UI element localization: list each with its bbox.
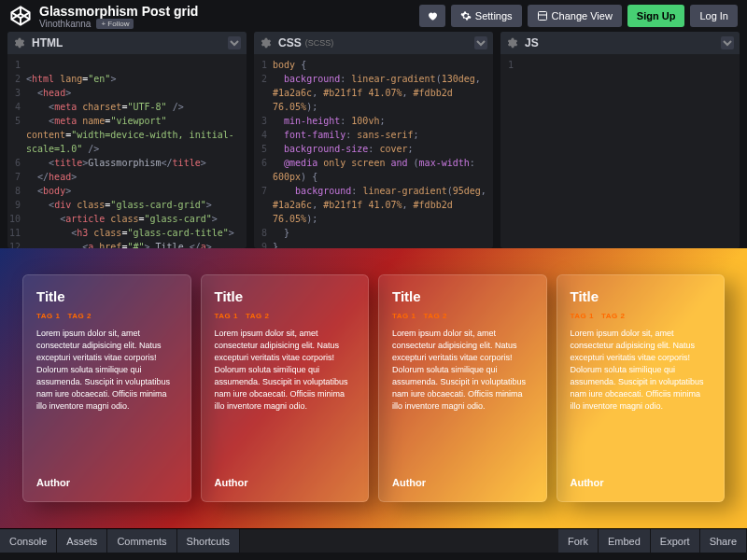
card-title[interactable]: Title <box>392 288 533 304</box>
html-panel: HTML 12<html lang="en">3 <head>4 <meta c… <box>7 32 247 248</box>
log-in-button[interactable]: Log In <box>690 5 738 27</box>
card-tags: TAG 1TAG 2 <box>36 312 177 320</box>
glass-card[interactable]: TitleTAG 1TAG 2Lorem ipsum dolor sit, am… <box>557 274 726 502</box>
footer-shortcuts-button[interactable]: Shortcuts <box>177 529 240 553</box>
panel-title: HTML <box>32 36 63 49</box>
card-author: Author <box>36 477 177 488</box>
card-tags: TAG 1TAG 2 <box>215 312 356 320</box>
chevron-down-icon <box>723 38 732 48</box>
panel-title: JS <box>525 36 539 49</box>
card-author: Author <box>571 477 712 488</box>
card-author: Author <box>392 477 533 488</box>
card-author: Author <box>215 477 356 488</box>
pen-author[interactable]: Vinothkanna <box>39 19 91 29</box>
panel-subtitle: (SCSS) <box>305 38 334 48</box>
pen-title: Glassmorphism Post grid <box>39 4 198 19</box>
glass-card[interactable]: TitleTAG 1TAG 2Lorem ipsum dolor sit, am… <box>22 274 191 502</box>
card-tags: TAG 1TAG 2 <box>571 312 712 320</box>
app-header: Glassmorphism Post grid Vinothkanna + Fo… <box>0 0 747 32</box>
footer-console-button[interactable]: Console <box>0 529 57 553</box>
preview-pane: TitleTAG 1TAG 2Lorem ipsum dolor sit, am… <box>0 248 747 528</box>
card-body: Lorem ipsum dolor sit, amet consectetur … <box>215 328 356 413</box>
footer-export-button[interactable]: Export <box>651 529 700 553</box>
css-editor[interactable]: 1body {2 background: linear-gradient(130… <box>254 54 493 248</box>
footer-bar: ConsoleAssetsCommentsShortcuts ForkEmbed… <box>0 528 747 553</box>
codepen-logo-icon <box>9 5 32 27</box>
card-title[interactable]: Title <box>215 288 356 304</box>
change-view-button[interactable]: Change View <box>528 5 622 27</box>
chevron-down-icon <box>476 38 486 48</box>
panel-options-button[interactable] <box>474 36 487 49</box>
panel-options-button[interactable] <box>721 36 734 49</box>
tag[interactable]: TAG 1 <box>215 312 238 320</box>
footer-embed-button[interactable]: Embed <box>599 529 651 553</box>
gear-icon <box>460 10 472 21</box>
tag[interactable]: TAG 2 <box>423 312 446 320</box>
glass-card[interactable]: TitleTAG 1TAG 2Lorem ipsum dolor sit, am… <box>378 274 547 502</box>
js-panel: JS 1 <box>500 32 740 248</box>
card-tags: TAG 1TAG 2 <box>392 312 533 320</box>
card-body: Lorem ipsum dolor sit, amet consectetur … <box>571 328 712 413</box>
change-view-label: Change View <box>552 10 613 21</box>
gear-icon[interactable] <box>260 36 273 49</box>
tag[interactable]: TAG 1 <box>392 312 416 320</box>
footer-fork-button[interactable]: Fork <box>558 529 599 553</box>
panel-options-button[interactable] <box>228 36 241 49</box>
settings-label: Settings <box>475 10 513 21</box>
tag[interactable]: TAG 2 <box>601 312 625 320</box>
footer-assets-button[interactable]: Assets <box>57 529 107 553</box>
chevron-down-icon <box>230 38 239 48</box>
like-button[interactable] <box>419 5 445 27</box>
card-body: Lorem ipsum dolor sit, amet consectetur … <box>36 328 177 413</box>
card-title[interactable]: Title <box>571 288 712 304</box>
tag[interactable]: TAG 1 <box>36 312 60 320</box>
footer-comments-button[interactable]: Comments <box>107 529 176 553</box>
settings-button[interactable]: Settings <box>451 5 522 27</box>
gear-icon[interactable] <box>13 36 26 49</box>
card-body: Lorem ipsum dolor sit, amet consectetur … <box>392 328 533 413</box>
js-panel-header[interactable]: JS <box>500 32 740 54</box>
html-panel-header[interactable]: HTML <box>7 32 247 54</box>
sign-up-button[interactable]: Sign Up <box>627 5 685 27</box>
css-panel: CSS (SCSS) 1body {2 background: linear-g… <box>254 32 493 248</box>
glass-card[interactable]: TitleTAG 1TAG 2Lorem ipsum dolor sit, am… <box>201 274 370 502</box>
html-editor[interactable]: 12<html lang="en">3 <head>4 <meta charse… <box>7 54 247 248</box>
css-panel-header[interactable]: CSS (SCSS) <box>254 32 493 54</box>
card-title[interactable]: Title <box>36 288 177 304</box>
follow-button[interactable]: + Follow <box>96 19 134 29</box>
gear-icon[interactable] <box>506 36 519 49</box>
tag[interactable]: TAG 2 <box>246 312 269 320</box>
panel-title: CSS <box>278 36 302 49</box>
js-editor[interactable]: 1 <box>500 54 740 248</box>
editor-row: HTML 12<html lang="en">3 <head>4 <meta c… <box>0 32 747 248</box>
footer-share-button[interactable]: Share <box>700 529 747 553</box>
heart-icon <box>427 10 438 21</box>
svg-rect-3 <box>538 12 546 21</box>
tag[interactable]: TAG 1 <box>571 312 594 320</box>
layout-icon <box>537 10 548 21</box>
tag[interactable]: TAG 2 <box>67 312 91 320</box>
title-block: Glassmorphism Post grid Vinothkanna + Fo… <box>39 4 198 29</box>
